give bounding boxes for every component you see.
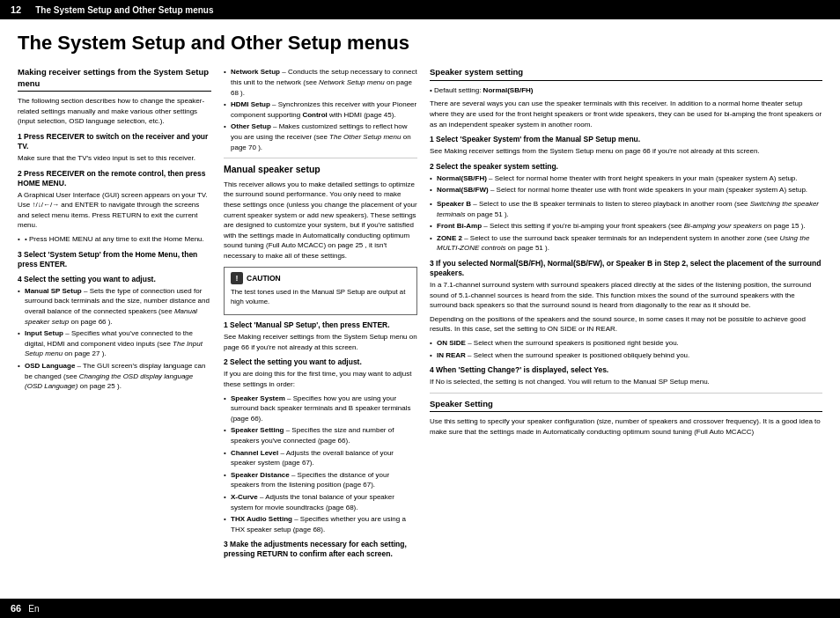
caution-title: ! CAUTION <box>231 272 410 284</box>
left-section-heading: Making receiver settings from the System… <box>18 67 211 92</box>
list-item: Speaker System – Specifies how you are u… <box>224 394 417 424</box>
right-step3-text2: Depending on the positions of the speake… <box>430 314 822 335</box>
list-item: Other Setup – Makes customized settings … <box>224 121 417 152</box>
list-item: OSD Language – The GUI screen's display … <box>18 361 211 392</box>
step3-label: 3 Select 'System Setup' from the Home Me… <box>18 250 211 269</box>
list-item: Network Setup – Conducts the setup neces… <box>224 67 417 98</box>
list-item: Front Bi-Amp – Select this setting if yo… <box>430 221 822 232</box>
speaker-system-intro: There are several ways you can use the s… <box>430 99 822 129</box>
caution-icon: ! <box>231 272 243 284</box>
list-item: Speaker Distance – Specifies the distanc… <box>224 470 417 490</box>
list-item: X-Curve – Adjusts the tonal balance of y… <box>224 492 417 512</box>
right-step3-label: 3 If you selected Normal(SB/FH), Normal(… <box>430 259 822 278</box>
right-step3-sub: ON SIDE – Select when the surround speak… <box>430 338 822 360</box>
left-intro: The following section describes how to c… <box>18 96 211 127</box>
speaker-system-heading: Speaker system setting <box>430 67 822 80</box>
step2-sub-item: • Press HOME MENU at any time to exit th… <box>18 234 211 245</box>
step1-label: 1 Press RECEIVER to switch on the receiv… <box>18 132 211 151</box>
mid-step2-label: 2 Select the setting you want to adjust. <box>224 357 417 367</box>
list-item: Speaker Setting – Specifies the size and… <box>224 425 417 445</box>
right-step3-text: In a 7.1-channel surround system with su… <box>430 280 822 311</box>
top-bar-title: The System Setup and Other Setup menus <box>35 5 213 15</box>
list-item: THX Audio Setting – Specifies whether yo… <box>224 514 417 534</box>
right-divider <box>430 393 822 394</box>
list-item: Manual SP Setup – Sets the type of conne… <box>18 286 211 327</box>
speaker-b-items: Speaker B – Select to use the B speaker … <box>430 199 822 254</box>
speaker-setting-text: Use this setting to specify your speaker… <box>430 416 822 437</box>
manual-section-heading: Manual speaker setup <box>224 164 417 176</box>
list-item: IN REAR – Select when the surround speak… <box>430 350 822 361</box>
step4-items: Manual SP Setup – Sets the type of conne… <box>18 286 211 392</box>
top-bar-number: 12 <box>11 4 21 15</box>
main-content: The System Setup and Other Setup menus M… <box>0 19 840 587</box>
bottom-bar-lang: En <box>28 604 39 614</box>
right-step2-items: Normal(SB/FH) – Select for normal home t… <box>430 173 822 195</box>
speaker-items: Speaker System – Specifies how you are u… <box>224 394 417 535</box>
list-item: Normal(SB/FH) – Select for normal home t… <box>430 173 822 184</box>
network-items: Network Setup – Conducts the setup neces… <box>224 67 417 152</box>
list-item: ZONE 2 – Select to use the surround back… <box>430 233 822 254</box>
divider <box>224 158 417 158</box>
caution-box: ! CAUTION The test tones used in the Man… <box>224 267 417 316</box>
right-step1-text: See Making receiver settings from the Sy… <box>430 146 822 157</box>
caution-text: The test tones used in the Manual SP Set… <box>231 287 410 307</box>
step4-label: 4 Select the setting you want to adjust. <box>18 275 211 284</box>
list-item: ON SIDE – Select when the surround speak… <box>430 338 822 349</box>
list-item: Normal(SB/FW) – Select for normal home t… <box>430 185 822 195</box>
list-item: Channel Level – Adjusts the overall bala… <box>224 448 417 468</box>
default-setting: • Default setting: Normal(SB/FH) <box>430 85 822 96</box>
page: 12 The System Setup and Other Setup menu… <box>0 0 840 618</box>
right-step1-label: 1 Select 'Speaker System' from the Manua… <box>430 135 822 144</box>
page-heading: The System Setup and Other Setup menus <box>18 32 822 55</box>
bottom-bar: 66 En <box>0 599 840 618</box>
mid-step1-text: See Making receiver settings from the Sy… <box>224 332 417 352</box>
right-step4-text: If No is selected, the setting is not ch… <box>430 377 822 387</box>
bottom-bar-number: 66 <box>11 603 21 614</box>
right-column: Speaker system setting • Default setting… <box>430 67 822 440</box>
right-step2-label: 2 Select the speaker system setting. <box>430 162 822 172</box>
list-item: Speaker B – Select to use the B speaker … <box>430 199 822 219</box>
list-item: Input Setup – Specifies what you've conn… <box>18 328 211 359</box>
step2-label: 2 Press RECEIVER on the remote control, … <box>18 169 211 188</box>
right-step4-label: 4 When 'Setting Change?' is displayed, s… <box>430 365 822 375</box>
step1-text: Make sure that the TV's video input is s… <box>18 153 211 164</box>
mid-column: Network Setup – Conducts the setup neces… <box>224 67 417 561</box>
manual-intro: This receiver allows you to make detaile… <box>224 180 417 261</box>
top-bar: 12 The System Setup and Other Setup menu… <box>0 0 840 19</box>
step2-text: A Graphical User Interface (GUI) screen … <box>18 190 211 231</box>
step2-sub-list: • Press HOME MENU at any time to exit th… <box>18 234 211 245</box>
mid-step2-text: If you are doing this for the first time… <box>224 369 417 389</box>
list-item: HDMI Setup – Synchronizes this receiver … <box>224 99 417 120</box>
mid-step1-label: 1 Select 'Manual SP Setup', then press E… <box>224 320 417 330</box>
columns: Making receiver settings from the System… <box>18 67 822 561</box>
left-column: Making receiver settings from the System… <box>18 67 211 394</box>
mid-step3-label: 3 Make the adjustments necessary for eac… <box>224 540 417 559</box>
speaker-setting-heading: Speaker Setting <box>430 399 822 412</box>
